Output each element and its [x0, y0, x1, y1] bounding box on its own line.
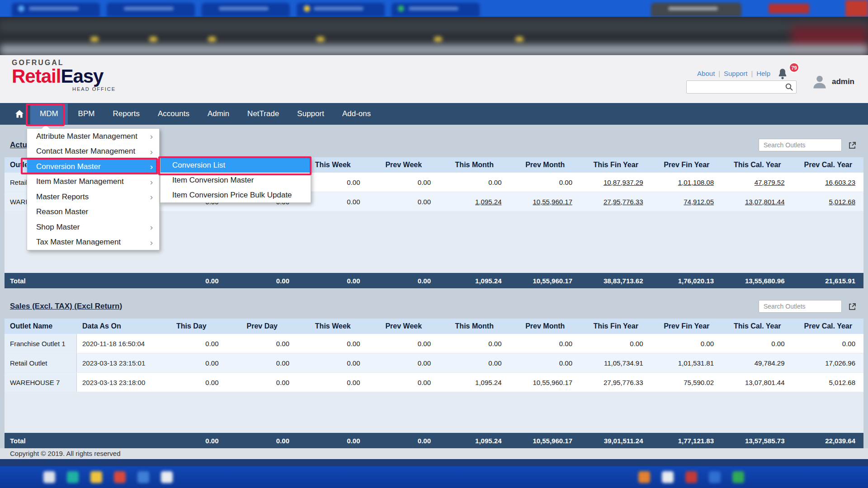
expand-icon[interactable]	[847, 301, 857, 311]
data-as-on-cell: 2023-03-13 23:15:01	[77, 359, 156, 367]
search-outlets-input[interactable]	[759, 139, 842, 151]
value-cell[interactable]: 27,95,776.33	[580, 198, 651, 206]
chevron-right-icon: ›	[150, 223, 153, 231]
total-value-cell: 21,615.91	[793, 277, 864, 285]
column-header-prev-week: Prev Week	[368, 161, 439, 169]
user-name-label: admin	[832, 77, 854, 86]
column-header-outlet-name: Outlet Name	[5, 322, 77, 330]
notification-bell-icon[interactable]	[777, 68, 788, 80]
column-header-this-month: This Month	[439, 161, 510, 169]
global-search	[686, 80, 797, 94]
total-value-cell: 13,57,585.73	[722, 437, 793, 445]
value-cell: 0.00	[156, 379, 227, 386]
menu-item-label: Shop Master	[36, 223, 80, 232]
nav-item-add-ons[interactable]: Add-ons	[335, 103, 378, 124]
value-cell[interactable]: 47,879.52	[722, 178, 793, 186]
value-cell[interactable]: 16,603.23	[793, 178, 864, 186]
total-value-cell: 0.00	[297, 277, 368, 285]
value-cell[interactable]: 1,095.24	[439, 198, 510, 206]
value-cell: 0.00	[297, 379, 368, 386]
value-cell[interactable]: 13,07,801.44	[722, 198, 793, 206]
value-cell[interactable]: 1,01,108.08	[651, 178, 722, 186]
submenu-item-item-conversion-master[interactable]: Item Conversion Master	[160, 173, 311, 188]
expand-icon[interactable]	[847, 140, 857, 150]
value-cell[interactable]: 5,012.68	[793, 198, 864, 206]
value-cell: 49,784.29	[722, 359, 793, 367]
data-as-on-cell: 2023-03-13 23:18:00	[77, 379, 156, 386]
value-cell: 0.00	[368, 198, 439, 206]
nav-item-accounts[interactable]: Accounts	[150, 103, 197, 124]
menu-item-tax-master-management[interactable]: Tax Master Management›	[27, 235, 159, 250]
link-separator: |	[718, 70, 720, 77]
total-value-cell: 13,55,680.96	[722, 277, 793, 285]
total-value-cell: 10,55,960.17	[510, 437, 581, 445]
total-value-cell: 0.00	[368, 437, 439, 445]
menu-item-label: Master Reports	[36, 192, 89, 202]
menu-item-shop-master[interactable]: Shop Master›	[27, 220, 159, 235]
outlet-name-cell: Retail Outlet	[5, 353, 77, 372]
menu-item-label: Tax Master Management	[36, 238, 121, 247]
home-icon[interactable]	[10, 109, 29, 118]
chevron-right-icon: ›	[150, 238, 153, 247]
outlet-name-cell: Franchise Outlet 1	[5, 334, 77, 353]
value-cell: 27,95,776.33	[580, 379, 651, 386]
nav-item-nettrade[interactable]: NetTrade	[240, 103, 287, 124]
total-value-cell: 0.00	[156, 437, 227, 445]
nav-item-mdm[interactable]: MDM	[30, 103, 68, 124]
value-cell[interactable]: 74,912.05	[651, 198, 722, 206]
global-search-input[interactable]	[686, 80, 797, 94]
search-icon[interactable]	[785, 83, 793, 91]
nav-item-bpm[interactable]: BPM	[71, 103, 103, 124]
value-cell: 0.00	[510, 359, 581, 367]
total-value-cell: 22,039.64	[793, 437, 864, 445]
chevron-right-icon: ›	[150, 178, 153, 186]
header-link-support[interactable]: Support	[724, 70, 748, 77]
nav-items: MDMBPMReportsAccountsAdminNetTradeSuppor…	[29, 103, 380, 124]
menu-item-label: Reason Master	[36, 207, 88, 216]
column-header-this-day: This Day	[156, 322, 227, 330]
nav-item-support[interactable]: Support	[289, 103, 332, 124]
value-cell: 0.00	[793, 340, 864, 347]
total-value-cell: 0.00	[297, 437, 368, 445]
column-header-this-cal-year: This Cal. Year	[722, 161, 793, 169]
widget-title-link[interactable]: Sales (Excl. TAX) (Excl Return)	[10, 302, 122, 311]
menu-item-conversion-master[interactable]: Conversion Master›	[27, 159, 159, 174]
total-value-cell: 38,83,713.62	[580, 277, 651, 285]
value-cell[interactable]: 10,55,960.17	[510, 198, 581, 206]
menu-item-attribute-master-management[interactable]: Attribute Master Management›	[27, 129, 159, 144]
menu-item-master-reports[interactable]: Master Reports›	[27, 189, 159, 205]
total-value-cell: 1,77,121.83	[651, 437, 722, 445]
value-cell: 0.00	[368, 178, 439, 186]
value-cell: 0.00	[297, 359, 368, 367]
main-navbar: MDMBPMReportsAccountsAdminNetTradeSuppor…	[0, 103, 868, 125]
submenu-item-conversion-list[interactable]: Conversion List	[160, 158, 311, 173]
value-cell[interactable]: 10,87,937.29	[580, 178, 651, 186]
column-header-prev-month: Prev Month	[510, 161, 581, 169]
value-cell: 1,01,531.81	[651, 359, 722, 367]
column-header-data-as-on: Data As On	[77, 322, 156, 330]
nav-item-admin[interactable]: Admin	[200, 103, 237, 124]
menu-item-contact-master-management[interactable]: Contact Master Management›	[27, 144, 159, 160]
retaileasy-app: GOFRUGAL RetailEasy HEAD OFFICE About|Su…	[0, 0, 868, 488]
menu-item-reason-master[interactable]: Reason Master	[27, 205, 159, 220]
submenu-item-item-conversion-price-bulk-update[interactable]: Item Conversion Price Bulk Update	[160, 188, 311, 202]
value-cell: 0.00	[510, 178, 581, 186]
total-value-cell: 0.00	[227, 437, 298, 445]
menu-item-item-master-management[interactable]: Item Master Management›	[27, 174, 159, 190]
table-empty-area	[5, 392, 863, 433]
column-header-this-week: This Week	[297, 322, 368, 330]
outlet-name-cell: WAREHOUSE 7	[5, 373, 77, 392]
value-cell: 1,095.24	[439, 379, 510, 386]
browser-page-blurred	[0, 17, 868, 55]
search-outlets-input[interactable]	[759, 300, 842, 313]
user-box[interactable]: admin	[812, 74, 854, 89]
nav-item-reports[interactable]: Reports	[105, 103, 147, 124]
header-link-help[interactable]: Help	[756, 70, 770, 77]
widget-title-link[interactable]: Actu	[10, 141, 27, 150]
browser-chrome-blurred	[0, 0, 868, 55]
table-total-row: Total0.000.000.000.001,095.2410,55,960.1…	[5, 273, 863, 288]
value-cell: 0.00	[439, 178, 510, 186]
header-link-about[interactable]: About	[697, 70, 715, 77]
widget-tools	[759, 139, 857, 151]
value-cell: 0.00	[439, 340, 510, 347]
